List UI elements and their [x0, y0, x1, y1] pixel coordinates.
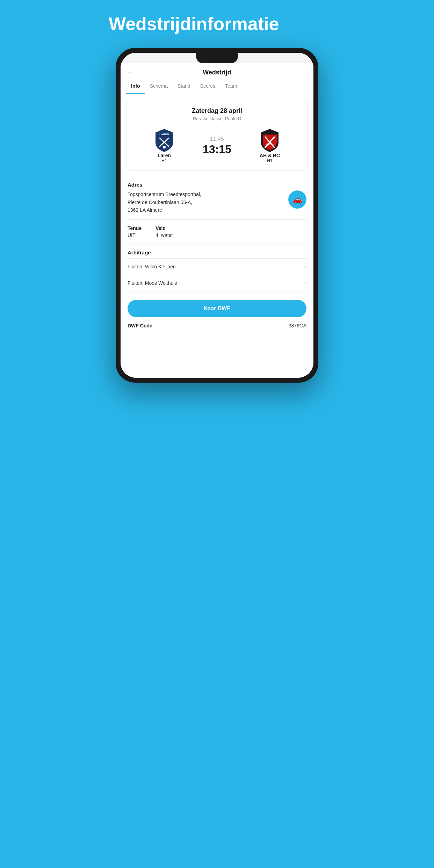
chevron-icon-1: ›: [305, 263, 306, 270]
phone-screen: ← Wedstrijd Info Schema Stand Scores Tea…: [121, 53, 313, 378]
match-date: Zaterdag 28 april: [132, 107, 302, 115]
arbitrage-section: Arbitrage Fluiten: Wilco Kleijnen › Flui…: [121, 244, 313, 293]
app-content: ← Wedstrijd Info Schema Stand Scores Tea…: [121, 63, 313, 378]
naar-dwf-area: Naar DWF: [121, 293, 313, 317]
app-header: ← Wedstrijd: [121, 63, 313, 79]
address-section: Adres Topsportcentrum Breedtesporthal,Pi…: [121, 176, 313, 219]
tab-team[interactable]: Team: [220, 79, 242, 94]
home-team: LAREN Laren H1: [132, 128, 196, 163]
arbiter-row-1[interactable]: Fluiten: Wilco Kleijnen ›: [128, 258, 306, 275]
car-icon: 🚗: [293, 195, 302, 204]
arbitrage-title: Arbitrage: [128, 249, 306, 255]
laren-logo: LAREN: [152, 128, 176, 153]
tab-info[interactable]: Info: [126, 79, 145, 94]
phone-notch: [196, 53, 238, 63]
score-block: 11:45 13:15: [199, 136, 235, 156]
veld-label: Veld: [155, 225, 173, 231]
naar-dwf-button[interactable]: Naar DWF: [128, 300, 306, 317]
address-row: Topsportcentrum Breedtesporthal,Pierre d…: [128, 190, 306, 214]
match-teams: LAREN Laren H1 11:45 13:15: [132, 128, 302, 163]
tab-bar: Info Schema Stand Scores Team: [121, 79, 313, 94]
tab-stand[interactable]: Stand: [173, 79, 195, 94]
veld-value: 4, water: [155, 232, 173, 238]
tenue-value: UIT: [128, 232, 142, 238]
away-team: ah&bc AH & BC H1: [238, 128, 302, 163]
match-competition: Res. 4e klasse, Poule D: [132, 116, 302, 121]
svg-point-3: [163, 146, 166, 149]
tenue-item: Tenue UIT: [128, 225, 142, 238]
away-team-name: AH & BC: [260, 153, 280, 158]
tenue-label: Tenue: [128, 225, 142, 231]
page-title: Wedstrijdinformatie: [109, 14, 325, 34]
away-team-sub: H1: [267, 158, 272, 163]
match-card: Zaterdag 28 april Res. 4e klasse, Poule …: [126, 100, 308, 171]
tab-scores[interactable]: Scores: [195, 79, 220, 94]
tab-schema[interactable]: Schema: [145, 79, 173, 94]
tenue-veld-section: Tenue UIT Veld 4, water: [121, 220, 313, 244]
phone-mockup: ← Wedstrijd Info Schema Stand Scores Tea…: [116, 48, 318, 383]
svg-text:ah&bc: ah&bc: [266, 143, 274, 145]
home-team-sub: H1: [161, 158, 167, 163]
home-team-name: Laren: [158, 153, 171, 158]
score-time-actual: 13:15: [203, 143, 231, 156]
chevron-icon-2: ›: [305, 280, 306, 286]
navigate-button[interactable]: 🚗: [288, 190, 306, 209]
ahbc-logo: ah&bc: [258, 128, 282, 153]
dwf-code-label: DWF Code:: [128, 323, 154, 328]
arbiter-1-text: Fluiten: Wilco Kleijnen: [128, 264, 176, 269]
address-text: Topsportcentrum Breedtesporthal,Pierre d…: [128, 190, 284, 214]
score-time-scheduled: 11:45: [210, 136, 224, 142]
back-button[interactable]: ←: [128, 68, 135, 77]
arbiter-row-2[interactable]: Fluiten: Moos Wolthuis ›: [128, 275, 306, 291]
dwf-code-value: 3876GA: [289, 323, 306, 328]
svg-text:LAREN: LAREN: [159, 133, 169, 136]
arbiter-2-text: Fluiten: Moos Wolthuis: [128, 280, 177, 286]
address-label: Adres: [128, 182, 306, 188]
dwf-code-row: DWF Code: 3876GA: [121, 317, 313, 334]
header-title: Wedstrijd: [203, 69, 231, 76]
veld-item: Veld 4, water: [155, 225, 173, 238]
